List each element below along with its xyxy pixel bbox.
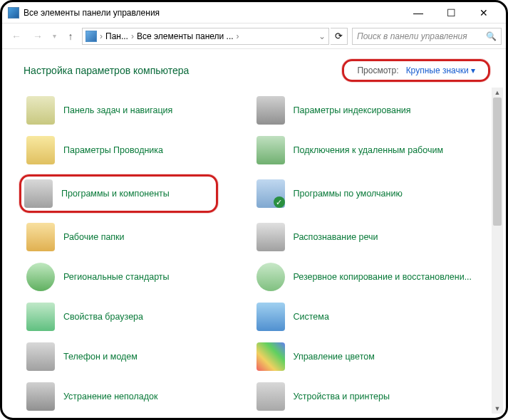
item-label: Параметры Проводника [63, 145, 163, 156]
history-dropdown[interactable]: ▾ [49, 26, 59, 46]
up-button[interactable]: ↑ [61, 26, 81, 46]
minimize-button[interactable]: — [402, 2, 435, 23]
forward-button[interactable]: → [28, 26, 48, 46]
search-icon: 🔍 [486, 31, 497, 41]
control-panel-item[interactable]: Программы по умолчанию [254, 174, 477, 213]
navbar: ← → ▾ ↑ › Пан... › Все элементы панели .… [2, 23, 506, 49]
breadcrumb[interactable]: Пан... [105, 31, 128, 41]
item-label: Программы по умолчанию [294, 188, 403, 199]
scrollbar[interactable]: ▲ ▼ [492, 88, 503, 414]
view-selector-highlight: Просмотр: Крупные значки [342, 59, 490, 82]
default-icon [256, 179, 285, 208]
item-label: Свойства браузера [63, 311, 143, 322]
chevron-icon: › [237, 31, 239, 41]
remote-icon [256, 136, 285, 164]
items-grid: Панель задач и навигацияПараметры индекс… [24, 95, 490, 412]
taskbar-icon [26, 96, 55, 125]
close-button[interactable]: ✕ [467, 2, 500, 23]
control-panel-item[interactable]: Панель задач и навигация [24, 95, 247, 126]
breadcrumb[interactable]: Все элементы панели ... [137, 31, 234, 41]
refresh-button[interactable]: ⟳ [331, 28, 348, 45]
control-panel-item[interactable]: Подключения к удаленным рабочим [254, 135, 477, 166]
item-label: Устройства и принтеры [294, 391, 390, 402]
item-label: Панель задач и навигация [63, 105, 172, 116]
browser-icon [26, 303, 55, 331]
search-input[interactable]: Поиск в панели управления 🔍 [352, 28, 502, 45]
item-label: Система [294, 311, 329, 322]
item-label: Распознавание речи [294, 231, 378, 243]
scroll-down-icon[interactable]: ▼ [492, 404, 503, 414]
item-label: Подключения к удаленным рабочим [294, 145, 444, 156]
control-panel-item[interactable]: Устранение неполадок [24, 381, 247, 412]
control-panel-icon [8, 7, 19, 19]
scroll-up-icon[interactable]: ▲ [492, 88, 503, 98]
item-label: Региональные стандарты [63, 271, 170, 283]
view-dropdown[interactable]: Крупные значки [406, 65, 475, 75]
control-panel-item[interactable]: Параметры индексирования [254, 95, 477, 126]
phone-icon [26, 342, 55, 371]
troubleshoot-icon [26, 382, 55, 411]
control-panel-item[interactable]: Программы и компоненты [19, 174, 218, 213]
control-panel-item[interactable]: Рабочие папки [24, 221, 247, 253]
content-area: Настройка параметров компьютера Просмотр… [2, 49, 506, 418]
scrollbar-thumb[interactable] [493, 98, 502, 226]
backup-icon [256, 263, 285, 291]
chevron-icon: › [131, 31, 134, 41]
item-label: Программы и компоненты [61, 188, 170, 199]
speech-icon [256, 223, 285, 251]
chevron-icon: › [100, 31, 103, 41]
item-label: Рабочие папки [63, 231, 125, 243]
control-panel-item[interactable]: Телефон и модем [24, 341, 247, 372]
address-dropdown-icon[interactable]: ⌄ [318, 31, 326, 41]
control-panel-item[interactable]: Система [254, 301, 477, 332]
explorer-icon [26, 136, 55, 164]
view-label: Просмотр: [357, 65, 398, 75]
control-panel-item[interactable]: Региональные стандарты [24, 261, 247, 293]
item-label: Устранение неполадок [63, 391, 157, 402]
item-label: Параметры индексирования [294, 105, 411, 116]
back-button[interactable]: ← [6, 26, 26, 46]
control-panel-item[interactable]: Резервное копирование и восстановлени... [254, 261, 477, 293]
heading-row: Настройка параметров компьютера Просмотр… [24, 59, 490, 82]
programs-icon [24, 179, 53, 208]
item-label: Телефон и модем [63, 351, 138, 362]
window-title: Все элементы панели управления [24, 8, 402, 18]
control-panel-item[interactable]: Параметры Проводника [24, 135, 247, 166]
search-placeholder: Поиск в панели управления [357, 31, 482, 41]
color-icon [256, 342, 285, 371]
titlebar: Все элементы панели управления — ☐ ✕ [2, 2, 506, 23]
folders-icon [26, 223, 55, 251]
control-panel-item[interactable]: Распознавание речи [254, 221, 477, 253]
item-label: Резервное копирование и восстановлени... [294, 271, 472, 283]
index-icon [256, 96, 285, 125]
window-controls: — ☐ ✕ [402, 2, 500, 23]
address-bar[interactable]: › Пан... › Все элементы панели ... › ⌄ [82, 28, 329, 45]
region-icon [26, 263, 55, 291]
devices-icon [256, 382, 285, 411]
control-panel-item[interactable]: Управление цветом [254, 341, 477, 372]
address-icon [85, 31, 97, 42]
item-label: Управление цветом [294, 351, 375, 362]
page-title: Настройка параметров компьютера [24, 65, 342, 76]
system-icon [256, 303, 285, 331]
maximize-button[interactable]: ☐ [435, 2, 467, 23]
control-panel-item[interactable]: Устройства и принтеры [254, 381, 477, 412]
control-panel-item[interactable]: Свойства браузера [24, 301, 247, 332]
